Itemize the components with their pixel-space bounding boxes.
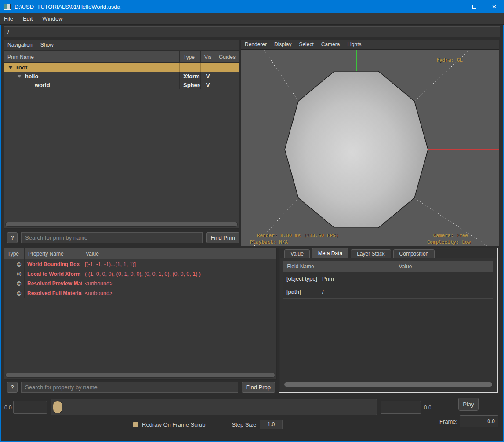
meta-row[interactable]: [object type] Prim [283, 272, 493, 285]
column-vis[interactable]: Vis [201, 51, 215, 62]
redraw-checkbox[interactable] [133, 422, 138, 427]
viewport-menubar: Renderer Display Select Camera Lights [241, 40, 499, 49]
timeline-options-row: Redraw On Frame Scrub Step Size [133, 420, 283, 429]
meta-field-value: / [318, 285, 493, 298]
prim-guides-cell [215, 80, 239, 89]
minimize-icon [452, 7, 457, 7]
prim-row-hello[interactable]: hello Xform V [4, 72, 239, 80]
prim-tree-header: Prim Name Type Vis Guides [4, 51, 239, 63]
prim-type-label: Xform [180, 72, 201, 80]
property-value: [(-1, -1, -1)...(1, 1, 1)] [82, 259, 276, 269]
hud-renderer: Hydra: GL [436, 57, 463, 63]
close-icon: ✕ [492, 4, 497, 10]
meta-row[interactable]: [path] / [283, 285, 493, 299]
column-field-value[interactable]: Value [318, 261, 493, 272]
prim-type-label [180, 63, 201, 72]
app-icon [4, 4, 11, 10]
meta-data-table: Field Name Value [object type] Prim [pat… [283, 261, 493, 299]
meta-table-hscrollbar[interactable] [284, 382, 493, 387]
meta-field-name: [path] [283, 285, 318, 298]
redraw-label: Redraw On Frame Scrub [142, 421, 206, 428]
frame-slider-handle[interactable] [53, 401, 62, 413]
find-prop-button[interactable]: Find Prop [242, 382, 275, 393]
range-start-input[interactable] [13, 401, 47, 414]
titlebar: D:\USD_TUTORIALS\01\HelloWorld.usda ✕ [0, 0, 504, 13]
column-type[interactable]: Type [180, 51, 201, 62]
prim-panel-menubar: Navigation Show [4, 40, 239, 50]
tab-meta-data[interactable]: Meta Data [312, 248, 348, 258]
menu-file[interactable]: File [4, 15, 13, 22]
menu-lights[interactable]: Lights [347, 41, 361, 47]
prim-vis-toggle[interactable]: V [201, 72, 215, 80]
step-size-input[interactable] [260, 420, 283, 429]
prim-search-help-button[interactable]: ? [7, 232, 18, 243]
computed-icon: © [4, 279, 25, 289]
hud-camera: Camera: Free [433, 233, 468, 238]
window-title: D:\USD_TUTORIALS\01\HelloWorld.usda [15, 4, 120, 10]
prim-name-label: root [16, 64, 27, 71]
property-name: World Bounding Box [25, 259, 82, 269]
property-name: Resolved Full Material [25, 289, 82, 298]
prim-name-label: hello [25, 73, 38, 80]
maximize-icon [472, 5, 476, 9]
property-value: ( (1, 0, 0, 0), (0, 1, 0, 0), (0, 0, 1, … [82, 269, 276, 279]
sphere-geometry [285, 71, 428, 228]
property-search-help-button[interactable]: ? [7, 382, 18, 393]
column-field-name[interactable]: Field Name [283, 261, 318, 272]
frame-slider[interactable] [51, 399, 377, 415]
property-table-hscrollbar[interactable] [5, 373, 275, 378]
frame-input[interactable] [460, 415, 498, 427]
property-row[interactable]: © Local to World Xform ( (1, 0, 0, 0), (… [4, 269, 276, 279]
tab-composition[interactable]: Composition [393, 249, 435, 258]
menu-show[interactable]: Show [40, 42, 54, 48]
range-end-input[interactable] [381, 401, 421, 414]
menu-window[interactable]: Window [42, 15, 62, 22]
hud-complexity: Complexity: Low [427, 239, 471, 245]
property-row[interactable]: © Resolved Preview Material <unbound> [4, 279, 276, 289]
prim-vis-toggle[interactable]: V [201, 80, 215, 89]
usdview-window: D:\USD_TUTORIALS\01\HelloWorld.usda ✕ Fi… [0, 0, 504, 442]
property-row[interactable]: © World Bounding Box [(-1, -1, -1)...(1,… [4, 259, 276, 269]
column-prop-value[interactable]: Value [82, 248, 276, 259]
range-start-label: 0.0 [4, 405, 12, 411]
find-prim-button[interactable]: Find Prim [206, 232, 239, 243]
column-prim-name[interactable]: Prim Name [4, 51, 180, 62]
column-prop-type[interactable]: Type [4, 248, 25, 259]
step-size-label: Step Size [232, 421, 257, 428]
column-guides[interactable]: Guides [215, 51, 239, 62]
column-prop-name[interactable]: Property Name [25, 248, 82, 259]
meta-data-pane: Field Name Value [object type] Prim [pat… [280, 258, 497, 391]
menu-renderer[interactable]: Renderer [245, 41, 267, 47]
tab-value[interactable]: Value [284, 249, 310, 258]
hud-playback: Playback: N/A [250, 239, 288, 245]
property-search-input[interactable] [21, 382, 238, 393]
prim-row-world[interactable]: world Sphere V [4, 80, 239, 89]
close-button[interactable]: ✕ [484, 0, 504, 13]
prim-search-input[interactable] [21, 232, 203, 243]
app-menubar: File Edit Window [0, 13, 504, 25]
prim-tree-hscrollbar[interactable] [5, 222, 238, 227]
menu-camera[interactable]: Camera [321, 41, 340, 47]
expander-icon[interactable] [8, 66, 13, 69]
minimize-button[interactable] [445, 0, 464, 13]
prim-path-input[interactable] [4, 26, 500, 37]
prim-vis-toggle[interactable] [201, 63, 215, 72]
property-value: <unbound> [82, 279, 276, 289]
menu-navigation[interactable]: Navigation [7, 42, 33, 48]
expander-icon[interactable] [17, 75, 22, 78]
property-name: Local to World Xform [25, 269, 82, 279]
play-button[interactable]: Play [458, 398, 479, 411]
property-name: Resolved Preview Material [25, 279, 82, 289]
maximize-button[interactable] [464, 0, 484, 13]
computed-icon: © [4, 259, 25, 269]
menu-select[interactable]: Select [299, 41, 313, 47]
prim-name-label: world [35, 82, 50, 88]
prim-row-root[interactable]: root [4, 63, 239, 72]
prim-guides-cell [215, 72, 239, 80]
menu-display[interactable]: Display [274, 41, 291, 47]
property-row[interactable]: © Resolved Full Material <unbound> [4, 289, 276, 298]
menu-edit[interactable]: Edit [23, 15, 33, 22]
tab-layer-stack[interactable]: Layer Stack [351, 249, 391, 258]
viewport-canvas[interactable]: Hydra: GL Render: 8.80 ms (113.60 FPS) P… [241, 49, 499, 246]
meta-field-name: [object type] [283, 272, 318, 285]
